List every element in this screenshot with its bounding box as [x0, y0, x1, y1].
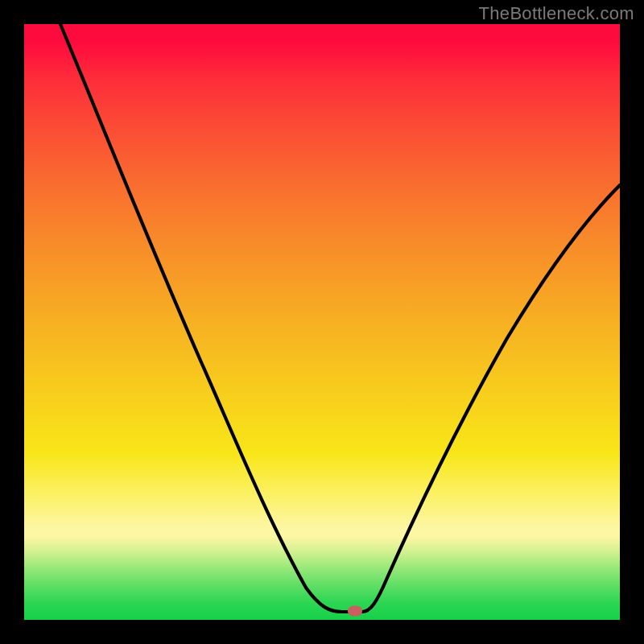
- chart-frame: TheBottleneck.com: [0, 0, 644, 644]
- curve-path: [60, 24, 620, 612]
- watermark-text: TheBottleneck.com: [479, 3, 634, 24]
- optimal-point-marker: [348, 605, 362, 616]
- plot-area: [24, 24, 620, 620]
- bottleneck-curve: [24, 24, 620, 620]
